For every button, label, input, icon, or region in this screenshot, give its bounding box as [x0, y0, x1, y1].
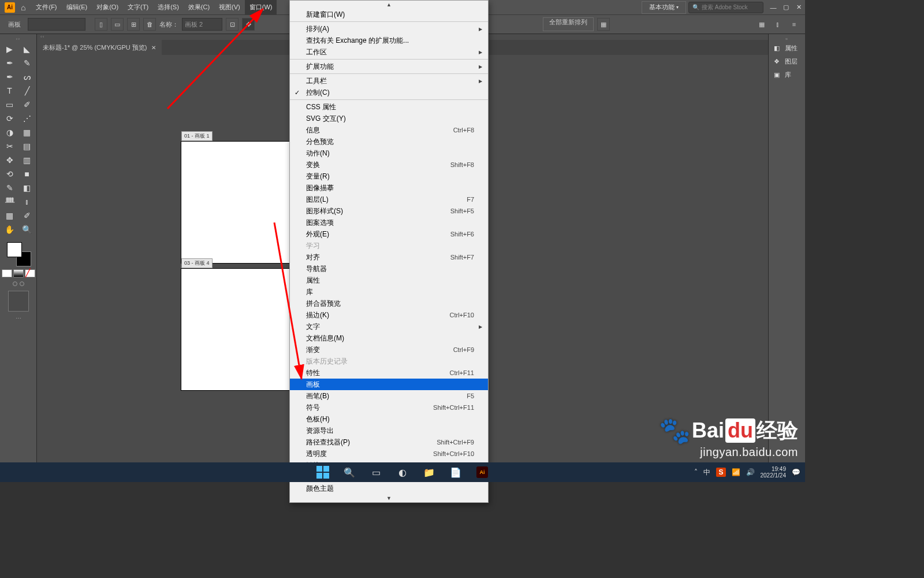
- panel-toggle-icon[interactable]: ▦: [755, 18, 768, 31]
- close-button[interactable]: ✕: [793, 2, 804, 13]
- color-mode-gradient[interactable]: [13, 269, 24, 277]
- panel-button[interactable]: ▣库: [769, 68, 801, 81]
- menu-item-7[interactable]: 窗口(W): [245, 0, 277, 14]
- menu-item[interactable]: 新建窗口(W): [290, 9, 488, 20]
- panel-grip-icon[interactable]: »: [769, 36, 805, 42]
- menu-item-0[interactable]: 文件(F): [31, 0, 61, 14]
- tool-button[interactable]: ▦: [18, 125, 36, 139]
- tool-button[interactable]: ⟲: [1, 167, 18, 181]
- menu-item[interactable]: 颜色主题: [290, 483, 488, 494]
- menu-item[interactable]: 图层(L)F7: [290, 194, 488, 205]
- panel-button[interactable]: ❖图层: [769, 55, 801, 68]
- delete-artboard-icon[interactable]: 🗑: [143, 18, 156, 31]
- tool-button[interactable]: ᔕ: [18, 70, 36, 84]
- menu-item[interactable]: 对齐Shift+F7: [290, 251, 488, 263]
- menu-item[interactable]: 扩展功能: [290, 61, 488, 72]
- menu-item[interactable]: 文档信息(M): [290, 332, 488, 344]
- illustrator-taskbar-icon[interactable]: Ai: [475, 465, 489, 479]
- tool-button[interactable]: ◣: [18, 42, 36, 56]
- tool-button[interactable]: ╱: [18, 84, 36, 98]
- panel-arrange-icon[interactable]: ⫿: [772, 18, 784, 31]
- preset-dropdown[interactable]: [28, 18, 85, 31]
- menu-item[interactable]: 文字: [290, 321, 488, 332]
- orientation-portrait-icon[interactable]: ▯: [95, 18, 107, 31]
- color-mode-none[interactable]: ╱: [25, 269, 35, 277]
- screen-mode-full[interactable]: [20, 281, 24, 286]
- menu-item[interactable]: 导航器: [290, 263, 488, 275]
- fill-swatch[interactable]: [7, 242, 22, 257]
- tool-button[interactable]: ✐: [18, 209, 36, 223]
- menu-item[interactable]: 分色预览: [290, 136, 488, 147]
- menu-item[interactable]: ✓控制(C): [290, 87, 488, 98]
- move-artwork-toggle[interactable]: ✥: [242, 18, 255, 31]
- tool-button[interactable]: ⟳: [1, 112, 18, 125]
- widgets-icon[interactable]: ◐: [396, 465, 409, 479]
- minimize-button[interactable]: —: [768, 2, 778, 13]
- menu-item-2[interactable]: 对象(O): [92, 0, 123, 14]
- tool-button[interactable]: ▦: [1, 209, 18, 223]
- tab-close-icon[interactable]: ✕: [151, 45, 156, 51]
- menu-item[interactable]: 信息Ctrl+F8: [290, 124, 488, 136]
- new-artboard-icon[interactable]: ⊞: [127, 18, 140, 31]
- clock[interactable]: 19:49 2022/1/24: [761, 466, 787, 479]
- menu-item[interactable]: 变量(R): [290, 171, 488, 182]
- document-tab[interactable]: 未标题-1* @ 25% (CMYK/GPU 预览) ✕: [37, 40, 162, 55]
- tool-button[interactable]: ✒: [1, 56, 18, 70]
- notepad-icon[interactable]: 📄: [449, 465, 463, 479]
- tool-button[interactable]: ✒: [1, 70, 18, 84]
- menu-scroll-up-icon[interactable]: ▲: [290, 1, 488, 9]
- menu-item-5[interactable]: 效果(C): [184, 0, 214, 14]
- menu-item[interactable]: 符号Shift+Ctrl+F11: [290, 402, 488, 413]
- tool-button[interactable]: T: [1, 84, 18, 98]
- search-input[interactable]: 🔍 搜索 Adobe Stock: [688, 2, 763, 13]
- menu-item[interactable]: 渐变Ctrl+F9: [290, 344, 488, 355]
- tool-button[interactable]: ✂: [1, 139, 18, 153]
- tool-button[interactable]: ✐: [18, 98, 36, 112]
- volume-icon[interactable]: 🔊: [746, 468, 755, 476]
- menu-item[interactable]: 属性: [290, 275, 488, 286]
- maximize-button[interactable]: ▢: [781, 2, 791, 13]
- menu-item[interactable]: 画板: [290, 379, 488, 390]
- workspace-switcher[interactable]: 基本功能 ▾: [642, 1, 686, 14]
- menu-item[interactable]: 路径查找器(P)Shift+Ctrl+F9: [290, 436, 488, 448]
- screen-mode-normal[interactable]: [13, 281, 17, 286]
- tool-button[interactable]: ◑: [1, 125, 18, 139]
- taskbar-search-icon[interactable]: 🔍: [342, 465, 356, 479]
- menu-item-3[interactable]: 文字(T): [123, 0, 153, 14]
- menu-item[interactable]: 动作(N): [290, 147, 488, 159]
- menu-item[interactable]: 资源导出: [290, 425, 488, 436]
- menu-item[interactable]: 工具栏: [290, 75, 488, 87]
- menu-item[interactable]: 色板(H): [290, 413, 488, 425]
- tool-button[interactable]: ⋰: [18, 112, 36, 125]
- menu-item[interactable]: 查找有关 Exchange 的扩展功能...: [290, 35, 488, 46]
- menu-item[interactable]: CSS 属性: [290, 101, 488, 113]
- menu-item[interactable]: 变换Shift+F8: [290, 159, 488, 171]
- menu-scroll-down-icon[interactable]: ▼: [290, 494, 488, 502]
- notifications-icon[interactable]: 💬: [792, 468, 800, 476]
- color-swatch[interactable]: [6, 241, 31, 266]
- toolbox-more-icon[interactable]: ⋯: [16, 315, 21, 321]
- tool-button[interactable]: ▥: [18, 153, 36, 167]
- tray-overflow-icon[interactable]: ˄: [694, 468, 698, 476]
- explorer-icon[interactable]: 📁: [422, 465, 436, 479]
- menu-item-1[interactable]: 编辑(E): [62, 0, 92, 14]
- tool-button[interactable]: ✎: [18, 56, 36, 70]
- menu-item[interactable]: 画笔(B)F5: [290, 390, 488, 402]
- edit-toolbar-button[interactable]: [8, 291, 29, 312]
- ime-indicator[interactable]: 中: [703, 468, 710, 477]
- start-button[interactable]: [316, 465, 330, 479]
- task-view-icon[interactable]: ▭: [369, 465, 383, 479]
- panel-button[interactable]: ◧属性: [769, 42, 801, 55]
- menu-item-4[interactable]: 选择(S): [153, 0, 184, 14]
- menu-item[interactable]: SVG 交互(Y): [290, 113, 488, 124]
- menu-item[interactable]: 图案选项: [290, 217, 488, 228]
- tool-button[interactable]: ▶: [1, 42, 18, 56]
- rearrange-all-button[interactable]: 全部重新排列: [543, 17, 594, 31]
- menu-item-6[interactable]: 视图(V): [214, 0, 245, 14]
- tool-button[interactable]: ✎: [1, 181, 18, 195]
- menu-item[interactable]: 排列(A): [290, 23, 488, 35]
- menu-item[interactable]: 描边(K)Ctrl+F10: [290, 309, 488, 321]
- color-mode-solid[interactable]: [2, 269, 12, 277]
- tool-button[interactable]: ᚙ: [1, 195, 18, 209]
- tool-button[interactable]: ✋: [1, 223, 18, 236]
